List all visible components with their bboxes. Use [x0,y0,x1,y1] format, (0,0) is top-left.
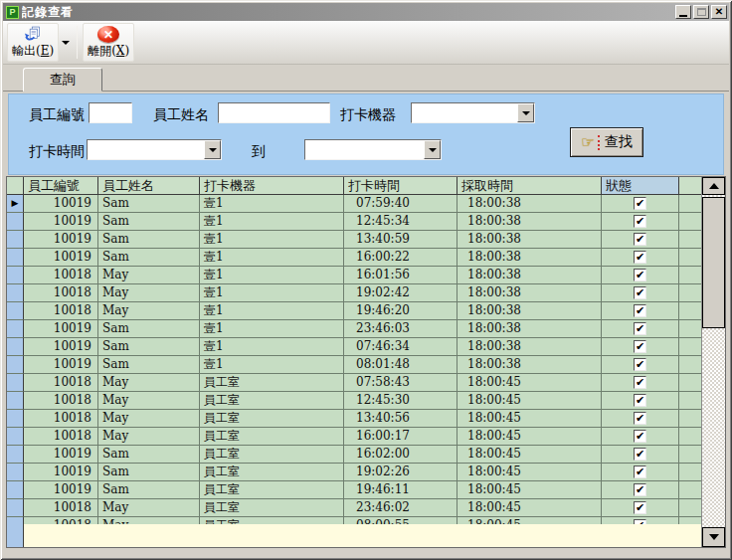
row-selector[interactable] [7,464,24,481]
machine-select-arrow[interactable] [517,103,534,122]
machine-select[interactable] [411,102,535,123]
chevron-down-icon [429,148,437,152]
row-selector[interactable] [7,392,24,410]
table-row[interactable]: ▶10019Sam壹107:59:4018:00:38✔ [7,195,701,213]
header-employee-id[interactable]: 員工編號 [24,177,98,195]
header-employee-name[interactable]: 員工姓名 [98,177,200,195]
status-checkbox[interactable]: ✔ [634,322,646,335]
row-selector[interactable] [7,428,24,446]
row-selector[interactable] [7,517,24,524]
table-row[interactable]: 10018May壹119:46:2018:00:38✔ [7,302,701,320]
search-button[interactable]: ☞ 查找 [570,127,643,157]
scrollbar-thumb[interactable] [702,197,725,328]
scroll-down-button[interactable] [702,527,725,547]
header-row-selector[interactable] [7,177,24,195]
table-row[interactable]: 10019Sam壹123:46:0318:00:38✔ [7,320,701,338]
row-selector[interactable] [7,446,24,464]
row-selector[interactable] [7,320,24,338]
vertical-scrollbar[interactable] [701,177,725,547]
cell-capture-time: 18:00:38 [458,213,602,231]
status-checkbox[interactable]: ✔ [634,215,646,228]
row-selector[interactable] [7,302,24,320]
cell-employee-id: 10019 [24,195,98,213]
time-to-select[interactable] [304,139,442,160]
close-button[interactable]: ✕ [711,5,727,19]
table-row[interactable]: 10019Sam壹116:00:2218:00:38✔ [7,249,701,267]
machine-label: 打卡機器 [340,106,396,124]
time-from-arrow[interactable] [204,140,221,159]
table-row[interactable]: 10018May員工室07:58:4318:00:45✔ [7,374,701,392]
status-checkbox[interactable]: ✔ [634,358,646,371]
table-row[interactable]: 10019Sam員工室19:46:1118:00:45✔ [7,481,701,499]
status-checkbox[interactable]: ✔ [634,197,646,210]
status-checkbox[interactable]: ✔ [634,304,646,317]
row-selector[interactable] [7,249,24,267]
row-selector[interactable] [7,284,24,302]
table-row[interactable]: 10018May員工室23:46:0218:00:45✔ [7,499,701,517]
table-row[interactable]: 10018May員工室08:00:5518:00:45✔ [7,517,701,524]
header-capture-time[interactable]: 採取時間 [458,177,602,195]
exit-button[interactable]: ✕ 離開(X) [83,23,134,62]
cell-employee-id: 10018 [24,392,98,410]
status-checkbox[interactable]: ✔ [634,340,646,353]
status-checkbox[interactable]: ✔ [634,286,646,299]
cell-status: ✔ [602,302,679,320]
cell-employee-name: Sam [98,481,200,499]
table-row[interactable]: 10018May壹119:02:4218:00:38✔ [7,284,701,302]
status-checkbox[interactable]: ✔ [634,430,646,443]
row-selector[interactable] [7,374,24,392]
table-row[interactable]: 10018May員工室12:45:3018:00:45✔ [7,392,701,410]
status-checkbox[interactable]: ✔ [634,376,646,389]
row-selector[interactable]: ▶ [7,195,24,213]
table-row[interactable]: 10019Sam壹107:46:3418:00:38✔ [7,338,701,356]
cell-status: ✔ [602,392,679,410]
table-row[interactable]: 10018May員工室13:40:5618:00:45✔ [7,410,701,428]
cell-status: ✔ [602,284,679,302]
table-row[interactable]: 10018May壹116:01:5618:00:38✔ [7,267,701,284]
row-selector[interactable] [7,213,24,231]
row-selector[interactable] [7,481,24,499]
status-checkbox[interactable]: ✔ [634,269,646,281]
table-row[interactable]: 10019Sam員工室19:02:2618:00:45✔ [7,464,701,481]
window-controls: ✕ [675,5,727,19]
scroll-up-button[interactable] [702,177,725,195]
export-dropdown-button[interactable] [59,23,72,62]
export-button[interactable]: 輸出(E) [7,23,59,62]
row-selector[interactable] [7,231,24,249]
cell-machine: 員工室 [200,446,344,464]
table-row[interactable]: 10019Sam壹113:40:5918:00:38✔ [7,231,701,249]
status-checkbox[interactable]: ✔ [634,394,646,407]
maximize-button[interactable] [693,5,709,19]
row-selector[interactable] [7,338,24,356]
status-checkbox[interactable]: ✔ [634,233,646,246]
employee-id-input[interactable] [89,102,132,123]
scrollbar-track[interactable] [702,195,725,527]
status-checkbox[interactable]: ✔ [634,448,646,461]
time-from-select[interactable] [87,139,222,160]
table-row[interactable]: 10018May員工室16:00:1718:00:45✔ [7,428,701,446]
status-checkbox[interactable]: ✔ [634,251,646,264]
row-selector[interactable] [7,499,24,517]
tab-query[interactable]: 查詢 [23,68,102,92]
status-checkbox[interactable]: ✔ [634,501,646,514]
grid-rows: ▶10019Sam壹107:59:4018:00:38✔10019Sam壹112… [7,195,701,524]
header-machine[interactable]: 打卡機器 [200,177,344,195]
employee-name-input[interactable] [218,102,330,123]
time-to-arrow[interactable] [424,140,441,159]
row-selector[interactable] [7,410,24,428]
minimize-button[interactable] [675,5,691,19]
cell-capture-time: 18:00:45 [458,392,602,410]
header-status[interactable]: 狀態 [602,177,679,195]
header-clock-time[interactable]: 打卡時間 [344,177,458,195]
table-row[interactable]: 10019Sam壹108:01:4818:00:38✔ [7,356,701,374]
status-checkbox[interactable]: ✔ [634,483,646,496]
titlebar[interactable]: P 記錄查看 ✕ [3,3,729,21]
cell-capture-time: 18:00:38 [458,249,602,267]
row-selector[interactable] [7,356,24,374]
row-selector[interactable] [7,267,24,284]
row-filler [679,320,701,338]
table-row[interactable]: 10019Sam員工室16:02:0018:00:45✔ [7,446,701,464]
status-checkbox[interactable]: ✔ [634,412,646,425]
table-row[interactable]: 10019Sam壹112:45:3418:00:38✔ [7,213,701,231]
status-checkbox[interactable]: ✔ [634,466,646,478]
